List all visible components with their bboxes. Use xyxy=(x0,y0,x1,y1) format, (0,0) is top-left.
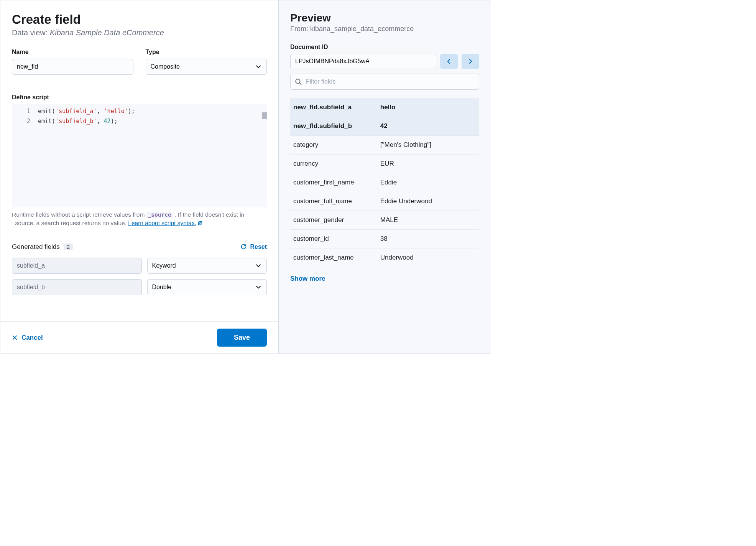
table-row: new_fld.subfield_b42 xyxy=(290,117,479,136)
external-link-icon xyxy=(197,220,203,226)
editor-scrollbar[interactable] xyxy=(262,112,267,119)
cancel-button[interactable]: Cancel xyxy=(12,334,43,342)
type-select[interactable] xyxy=(146,59,267,75)
table-row: customer_last_nameUnderwood xyxy=(290,248,479,267)
script-editor[interactable]: 1 emit('subfield_a', 'hello'); 2 emit('s… xyxy=(12,104,267,207)
prev-document-button[interactable] xyxy=(440,54,458,69)
table-row: customer_first_nameEddie xyxy=(290,173,479,192)
chevron-left-icon xyxy=(446,58,452,64)
page-subtitle: Data view: Kibana Sample Data eCommerce xyxy=(12,28,267,37)
document-id-input[interactable] xyxy=(290,54,436,69)
table-row: category["Men's Clothing"] xyxy=(290,136,479,155)
preview-title: Preview xyxy=(290,12,479,24)
name-input[interactable] xyxy=(12,59,133,75)
type-label: Type xyxy=(146,49,267,56)
document-id-label: Document ID xyxy=(290,44,479,51)
table-row: currencyEUR xyxy=(290,155,479,173)
generated-field-name xyxy=(12,258,142,274)
next-document-button[interactable] xyxy=(462,54,479,69)
generated-field-type-select[interactable] xyxy=(147,279,267,295)
script-label: Define script xyxy=(12,94,267,101)
generated-fields-label: Generated fields 2 xyxy=(12,243,73,251)
generated-count-badge: 2 xyxy=(64,243,73,250)
generated-field-name xyxy=(12,279,142,295)
preview-subtitle: From: kibana_sample_data_ecommerce xyxy=(290,25,479,33)
table-row: customer_full_nameEddie Underwood xyxy=(290,192,479,211)
filter-fields-input[interactable] xyxy=(290,74,479,90)
page-title: Create field xyxy=(12,12,267,27)
table-row: new_fld.subfield_ahello xyxy=(290,98,479,117)
table-row: customer_id38 xyxy=(290,230,479,248)
reset-button[interactable]: Reset xyxy=(240,243,267,250)
search-icon xyxy=(295,78,302,85)
show-more-button[interactable]: Show more xyxy=(290,275,479,283)
learn-script-syntax-link[interactable]: Learn about script syntax. xyxy=(128,220,203,226)
chevron-right-icon xyxy=(467,58,473,64)
name-label: Name xyxy=(12,49,133,56)
close-icon xyxy=(12,335,18,340)
refresh-icon xyxy=(240,243,247,250)
save-button[interactable]: Save xyxy=(217,329,267,347)
table-row: customer_genderMALE xyxy=(290,211,479,230)
generated-field-type-select[interactable] xyxy=(147,258,267,274)
preview-table: new_fld.subfield_ahellonew_fld.subfield_… xyxy=(290,98,479,267)
script-help-text: Runtime fields without a script retrieve… xyxy=(12,211,267,228)
